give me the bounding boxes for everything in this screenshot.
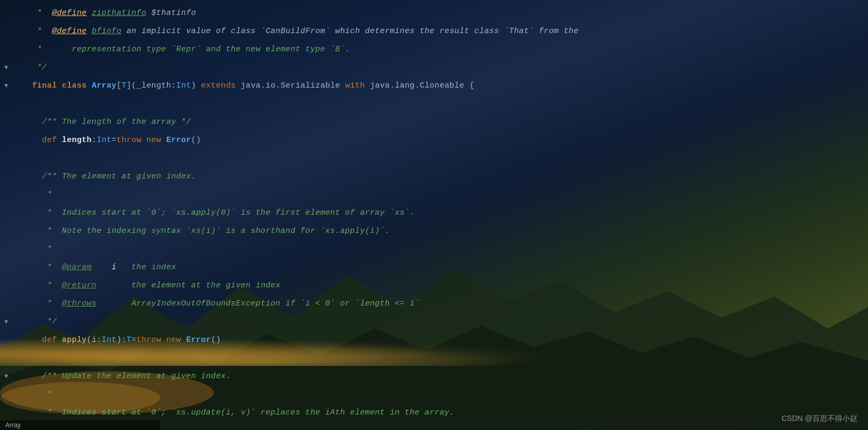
comment-update: /** Update the element at given index. — [32, 368, 231, 386]
keyword-def: def — [42, 131, 57, 150]
code-editor: * @define zipthatinfo $thatinfo * @defin… — [0, 0, 868, 430]
line-comment-1: * @define zipthatinfo $thatinfo — [32, 4, 196, 22]
method-length: length — [62, 131, 92, 150]
keyword-throw2: throw — [136, 331, 161, 349]
space — [196, 77, 201, 95]
space — [87, 77, 91, 95]
bracket-close: ] — [127, 77, 131, 95]
keyword-extends: extends — [201, 77, 236, 95]
space — [57, 131, 62, 150]
paren-close2: ): — [116, 331, 127, 349]
class-error: Error — [166, 131, 191, 150]
indent2 — [32, 331, 42, 349]
fold-icon-18[interactable]: ▼ — [4, 313, 9, 331]
parens: () — [191, 131, 201, 150]
paren-open2: ( — [87, 331, 91, 349]
code-line-22: * — [0, 386, 868, 404]
code-line-19: def apply ( i : Int ): T = throw new Err… — [0, 331, 868, 349]
code-line-21: ▼ /** Update the element at given index. — [0, 368, 868, 386]
bracket-open: [ — [116, 77, 121, 95]
line-comment-2: * @define bfinfo an implicit value of cl… — [32, 22, 578, 41]
param-i: i — [92, 331, 97, 349]
type-T: T — [121, 77, 126, 95]
line-comment-4: */ — [32, 59, 47, 77]
comment-star-3: * — [32, 386, 52, 404]
paren-close: ) — [191, 77, 196, 95]
colon: : — [171, 77, 176, 95]
type-int: Int — [176, 77, 191, 95]
keyword-class: class — [62, 77, 87, 95]
keyword-new: new — [146, 131, 161, 150]
space3 — [161, 331, 166, 349]
space — [142, 131, 146, 150]
comment-star-1: * — [32, 186, 52, 204]
keyword-with: with — [345, 77, 365, 95]
keyword-final: final — [32, 77, 57, 95]
watermark-text: CSDN @百思不得小赵 — [781, 414, 857, 423]
comment-note: * Note the indexing syntax `xs(i)` is a … — [32, 222, 390, 240]
code-line-18: ▼ */ — [0, 313, 868, 331]
code-line-3: * representation type `Repr` and the new… — [0, 41, 868, 59]
comment-return: * @return the element at the given index — [32, 277, 280, 295]
space: java.lang.Cloneable { — [365, 77, 474, 95]
code-line-20 — [0, 349, 868, 368]
code-line-8: def length : Int = throw new Error () — [0, 131, 868, 150]
tab-bar: Array — [0, 420, 160, 430]
method-apply: apply — [62, 331, 87, 349]
space4 — [181, 331, 186, 349]
comment-close-18: */ — [32, 313, 57, 331]
annotation-throws: @throws — [62, 299, 97, 308]
comment-indices: * Indices start at `0`; `xs.apply(0)` is… — [32, 204, 415, 222]
code-line-9 — [0, 150, 868, 168]
comment-element: /** The element at given index. — [32, 168, 196, 186]
code-line-10: /** The element at given index. — [0, 168, 868, 186]
code-line-14: * — [0, 240, 868, 259]
type-T2: T — [127, 331, 131, 349]
param-i-name: i — [112, 263, 116, 272]
type-int3: Int — [101, 331, 116, 349]
space2 — [57, 331, 62, 349]
colon2: : — [97, 331, 101, 349]
colon: : — [92, 131, 97, 150]
code-line-16: * @return the element at the given index — [0, 277, 868, 295]
code-line-6 — [0, 95, 868, 113]
code-line-17: * @throws ArrayIndexOutOfBoundsException… — [0, 295, 868, 313]
code-line-13: * Note the indexing syntax `xs(i)` is a … — [0, 222, 868, 240]
watermark: CSDN @百思不得小赵 — [781, 414, 857, 424]
indent — [32, 131, 42, 150]
fold-icon-4[interactable]: ▼ — [4, 59, 9, 77]
code-content: * @define zipthatinfo $thatinfo * @defin… — [0, 0, 868, 426]
annotation-param: @param — [62, 263, 92, 272]
space: java.io.Serializable — [236, 77, 346, 95]
comment-param: * @param i the index — [32, 259, 176, 277]
equals: = — [112, 131, 116, 150]
keyword-new2: new — [166, 331, 181, 349]
class-error2: Error — [186, 331, 211, 349]
comment-length: /** The length of the array */ — [32, 113, 191, 131]
space — [161, 131, 166, 150]
tab-label: Array — [5, 421, 21, 429]
annotation-zipthatinfo: @define — [52, 9, 87, 18]
keyword-def2: def — [42, 331, 57, 349]
keyword-throw: throw — [116, 131, 142, 150]
class-name: Array — [92, 77, 117, 95]
equals2: = — [131, 331, 136, 349]
type-int2: Int — [97, 131, 112, 150]
code-line-23: * Indices start at `0`; `xs.update(i, v)… — [0, 404, 868, 422]
code-line-7: /** The length of the array */ — [0, 113, 868, 131]
code-line-11: * — [0, 186, 868, 204]
code-line-5: ▼ final class Array [ T ] ( _length : In… — [0, 77, 868, 95]
space — [57, 77, 62, 95]
annotation-return: @return — [62, 281, 97, 290]
code-line-12: * Indices start at `0`; `xs.apply(0)` is… — [0, 204, 868, 222]
code-line-15: * @param i the index — [0, 259, 868, 277]
comment-star-2: * — [32, 240, 52, 259]
code-line-2: * @define bfinfo an implicit value of cl… — [0, 22, 868, 41]
comment-indices2: * Indices start at `0`; `xs.update(i, v)… — [32, 404, 455, 422]
code-line-4: ▼ */ — [0, 59, 868, 77]
fold-icon-5[interactable]: ▼ — [4, 77, 9, 95]
fold-icon-21[interactable]: ▼ — [4, 368, 9, 386]
annotation-bfinfo: @define — [52, 27, 87, 36]
parens2: () — [211, 331, 221, 349]
comment-throws: * @throws ArrayIndexOutOfBoundsException… — [32, 295, 420, 313]
